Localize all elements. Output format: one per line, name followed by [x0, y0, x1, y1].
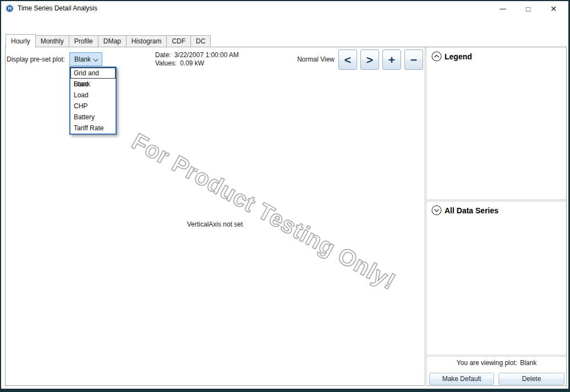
- dropdown-option-battery[interactable]: Battery: [70, 112, 116, 123]
- all-data-series-expand-button[interactable]: [431, 205, 442, 216]
- window-frame-bottom: [0, 389, 570, 392]
- preset-plot-combobox[interactable]: Blank: [69, 52, 102, 66]
- preset-plot-label: Display pre-set plot:: [7, 56, 65, 63]
- view-mode-label: Normal View: [272, 56, 335, 63]
- viewing-plot-label: You are viewing plot:: [457, 359, 517, 367]
- close-button[interactable]: ✕: [541, 1, 566, 16]
- minimize-button[interactable]: —: [490, 1, 516, 16]
- dropdown-option-blank[interactable]: Blank: [70, 79, 116, 90]
- tab-histogram[interactable]: Histogram: [126, 35, 167, 47]
- combobox-value: Blank: [70, 56, 91, 63]
- tab-bar: Hourly Monthly Profile DMap Histogram CD…: [6, 34, 211, 47]
- zoom-in-button[interactable]: +: [382, 49, 401, 70]
- cursor-info-block: Date:3/22/2007 1:00:00 AM Values:0.09 kW: [155, 51, 239, 68]
- title-bar: H Time Series Detail Analysis — □ ✕: [1, 1, 568, 16]
- chevron-down-icon: [93, 57, 98, 62]
- maximize-button[interactable]: □: [516, 1, 541, 16]
- zoom-out-button[interactable]: −: [404, 49, 423, 70]
- plot-nav-toolbar: < > + −: [338, 49, 423, 70]
- chevron-down-circle-icon: [431, 205, 442, 216]
- chevron-up-circle-icon: [431, 51, 442, 62]
- app-window: H Time Series Detail Analysis — □ ✕ Hour…: [0, 0, 570, 392]
- delete-button[interactable]: Delete: [498, 373, 564, 385]
- window-frame-left: [0, 0, 1, 392]
- window-controls: — □ ✕: [490, 1, 566, 16]
- viewing-plot-value: Blank: [520, 359, 536, 367]
- dropdown-option-chp[interactable]: CHP: [70, 101, 116, 112]
- panel-splitter-horizontal-2: [427, 355, 566, 357]
- window-title: Time Series Detail Analysis: [18, 4, 97, 12]
- vertical-axis-message: VerticalAxis not set: [187, 220, 243, 228]
- values-value: 0.09 kW: [180, 59, 204, 67]
- tab-dmap[interactable]: DMap: [98, 35, 127, 47]
- panel-splitter-horizontal-1[interactable]: [427, 199, 566, 202]
- dropdown-option-tariff-rate[interactable]: Tariff Rate: [70, 123, 116, 134]
- values-label: Values:: [155, 59, 177, 67]
- panel-splitter-vertical[interactable]: [424, 47, 427, 386]
- tab-cdf[interactable]: CDF: [166, 35, 191, 47]
- legend-title: Legend: [445, 52, 472, 61]
- tab-monthly[interactable]: Monthly: [35, 35, 69, 47]
- step-back-button[interactable]: <: [338, 49, 357, 70]
- make-default-button[interactable]: Make Default: [429, 373, 494, 385]
- all-data-series-title: All Data Series: [445, 206, 498, 215]
- dropdown-option-load[interactable]: Load: [70, 90, 116, 101]
- preset-plot-dropdown: Grid and Load Blank Load CHP Battery Tar…: [69, 67, 117, 135]
- window-frame-top: [0, 0, 570, 1]
- viewing-plot-status: You are viewing plot:Blank: [427, 359, 566, 367]
- app-icon: H: [6, 4, 14, 13]
- step-forward-button[interactable]: >: [360, 49, 379, 70]
- date-value: 3/22/2007 1:00:00 AM: [174, 51, 239, 59]
- dropdown-option-grid-and-load[interactable]: Grid and Load: [70, 68, 116, 79]
- legend-collapse-button[interactable]: [431, 51, 442, 62]
- tab-hourly[interactable]: Hourly: [6, 34, 36, 47]
- date-label: Date:: [155, 51, 171, 59]
- tab-profile[interactable]: Profile: [69, 35, 98, 47]
- tab-dc[interactable]: DC: [190, 35, 211, 47]
